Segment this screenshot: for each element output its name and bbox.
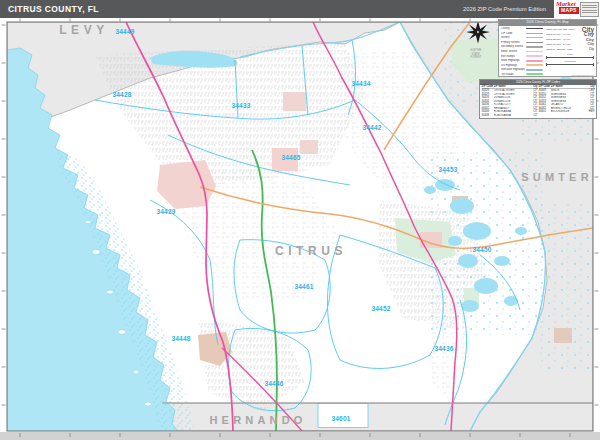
zip-table-row-34601: 34601BROOKSVILLEHER bbox=[539, 110, 595, 113]
legend-item-label: Minor Streets bbox=[501, 50, 526, 53]
legend-line-swatch bbox=[526, 51, 543, 52]
zip-table-header: Cty bbox=[587, 85, 595, 88]
county-label-hernando: HERNANDO bbox=[210, 414, 307, 426]
zip-label-34434: 34434 bbox=[351, 80, 370, 87]
zip-table-row-34448: 34448HOMOSASSACIT bbox=[482, 114, 538, 117]
zip-label-34433: 34433 bbox=[231, 102, 250, 109]
lakes-texture-sumter bbox=[540, 200, 593, 370]
kilometers-scale-bar: Kilometers bbox=[546, 60, 594, 66]
edition-label: 2026 ZIP Code Premium Edition bbox=[463, 6, 546, 12]
zip-code-table: 2026 Citrus County, FL ZIP Codes ZIP Cod… bbox=[479, 79, 597, 119]
legend-city-label: Cities 10,000 - 24,999 bbox=[546, 43, 588, 46]
zip-table-header: Cty bbox=[530, 85, 538, 88]
county-label-levy: LEVY bbox=[59, 23, 109, 37]
zip-label-34453: 34453 bbox=[438, 166, 457, 173]
zip-label-34442: 34442 bbox=[362, 124, 381, 131]
zip-label-34452: 34452 bbox=[371, 305, 390, 312]
legend-line-swatch bbox=[526, 73, 543, 75]
legend-item-label: Interstate Highways bbox=[501, 68, 526, 71]
legend-item-label: Primary Streets bbox=[501, 41, 526, 44]
legend-city-label: Cities 25,000 - 49,999 bbox=[546, 38, 586, 41]
map-legend: 2026 Citrus County, FL Map CountyZIP Cod… bbox=[498, 19, 597, 77]
logo-box-text: MAPS bbox=[559, 7, 579, 14]
zip-table-cell: CIT bbox=[530, 114, 538, 117]
bottom-margin bbox=[0, 432, 600, 440]
legend-credit: Copyright MarketMAPS bbox=[571, 74, 594, 76]
legend-city-items: Cities 100,000 and AboveCityCities 50,00… bbox=[546, 27, 594, 52]
legend-line-swatch bbox=[526, 69, 543, 71]
miles-scale-bar: Miles bbox=[546, 53, 594, 59]
logo-fineprint-box bbox=[580, 2, 599, 17]
legend-row-toll-roads: Toll Roads bbox=[501, 72, 543, 77]
legend-item-label: Streets bbox=[501, 36, 526, 39]
zip-label-34429: 34429 bbox=[156, 208, 175, 215]
county-label-citrus: CITRUS bbox=[275, 244, 347, 258]
zip-label-34446: 34446 bbox=[264, 380, 283, 387]
title-bar: CITRUS COUNTY, FL 2026 ZIP Code Premium … bbox=[0, 0, 554, 18]
zip-table-cell: 34601 bbox=[539, 110, 551, 113]
zip-label-34448: 34448 bbox=[171, 335, 190, 342]
legend-item-label: County bbox=[501, 27, 526, 30]
legend-item-label: ZIP Code bbox=[501, 32, 526, 35]
zip-label-34601: 34601 bbox=[331, 415, 350, 422]
zip-table-cell: HER bbox=[587, 110, 595, 113]
legend-line-swatch bbox=[526, 37, 543, 38]
legend-item-label: Exit Ramps bbox=[501, 55, 526, 58]
legend-city-label: Cities in Adjacent Areas bbox=[546, 48, 589, 51]
zip-label-34465: 34465 bbox=[281, 154, 300, 161]
legend-item-label: State Highways bbox=[501, 59, 526, 62]
county-label-sumter: SUMTER bbox=[521, 171, 593, 183]
zip-table-header: ZIP Name bbox=[494, 85, 530, 88]
zip-label-34449: 34449 bbox=[115, 28, 134, 35]
legend-city-sample: City bbox=[586, 37, 594, 42]
legend-item-label: Toll Roads bbox=[501, 73, 526, 76]
marketmaps-logo: Market MAPS bbox=[554, 0, 600, 18]
zip-label-34436: 34436 bbox=[434, 345, 453, 352]
legend-item-label: US Highways bbox=[501, 64, 526, 67]
zip-table-cell: 34448 bbox=[482, 114, 494, 117]
logo-script-text: Market bbox=[556, 0, 576, 7]
zip-label-34428: 34428 bbox=[112, 91, 131, 98]
zip-table-right-group: ZIP CodeZIP NameCty34449INGLISLEV34450IN… bbox=[539, 85, 595, 117]
legend-line-swatch bbox=[526, 46, 543, 47]
zip-label-34450: 34450 bbox=[472, 246, 491, 253]
zip-table-header: ZIP Code bbox=[539, 85, 551, 88]
legend-line-items: CountyZIP CodeStreetsPrimary StreetsSeco… bbox=[499, 26, 544, 77]
map-page: GOETHE STATE FOREST LEVYCITRUSSUMTERHERN… bbox=[0, 0, 600, 440]
legend-city-label: Cities 50,000 - 99,999 bbox=[546, 33, 584, 36]
forest-label: GOETHE STATE FOREST bbox=[470, 48, 482, 59]
zip-table-cell: HOMOSASSA bbox=[494, 114, 530, 117]
legend-line-swatch bbox=[526, 55, 543, 56]
legend-line-swatch bbox=[526, 60, 543, 62]
legend-city-sample: City bbox=[589, 48, 594, 51]
zip-table-cell: BROOKSVILLE bbox=[551, 110, 587, 113]
legend-line-swatch bbox=[526, 42, 543, 43]
legend-line-swatch bbox=[526, 28, 543, 29]
citrus-springs-urban bbox=[300, 140, 318, 154]
dunnellon-urban bbox=[283, 92, 306, 111]
legend-line-swatch bbox=[526, 33, 543, 35]
map-title: CITRUS COUNTY, FL bbox=[8, 4, 99, 14]
legend-city-sample: City bbox=[588, 42, 594, 46]
ridge-manor-urban bbox=[554, 328, 572, 343]
zip-table-header: ZIP Name bbox=[551, 85, 587, 88]
legend-line-swatch bbox=[526, 64, 543, 66]
zip-table-left-group: ZIP CodeZIP NameCty34428CRYSTAL RIVERCIT… bbox=[482, 85, 538, 117]
legend-item-label: Secondary Streets bbox=[501, 45, 526, 48]
zip-table-header: ZIP Code bbox=[482, 85, 494, 88]
legend-city-row: Cities in Adjacent AreasCity bbox=[546, 47, 594, 52]
legend-city-label: Cities 100,000 and Above bbox=[546, 28, 582, 31]
zip-label-34461: 34461 bbox=[294, 283, 313, 290]
